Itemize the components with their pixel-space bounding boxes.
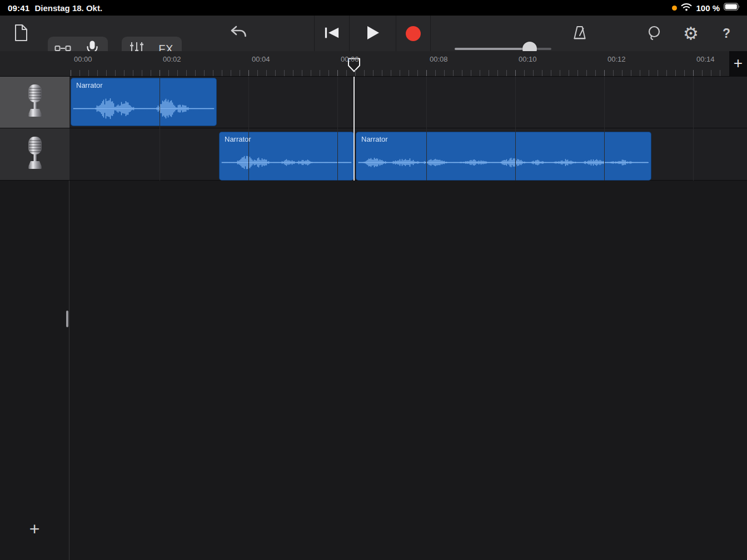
ruler-tick — [577, 70, 578, 76]
ruler-tick — [320, 70, 320, 76]
ruler-tick — [560, 70, 560, 76]
ruler-tick — [311, 70, 311, 76]
grid-line — [426, 77, 427, 181]
document-icon — [14, 24, 28, 43]
ruler-tick — [186, 70, 187, 76]
region-label: Narrator — [76, 81, 103, 89]
garageband-app: 09:41 Dienstag 18. Okt. 100 % — [0, 0, 747, 560]
ruler-tick — [248, 70, 249, 76]
play-icon — [366, 25, 380, 42]
ruler-tick — [355, 70, 356, 76]
ruler-tick — [551, 70, 551, 76]
ruler-tick — [471, 70, 471, 76]
help-icon: ? — [723, 26, 730, 41]
metronome-button[interactable] — [569, 16, 590, 51]
undo-button[interactable] — [228, 16, 250, 51]
ruler-tick — [444, 70, 445, 76]
ruler-tick — [649, 70, 649, 76]
ruler-time-label: 00:12 — [607, 55, 626, 63]
ruler-tick — [195, 70, 196, 76]
my-songs-document-button[interactable] — [11, 16, 31, 51]
grid-line — [515, 77, 516, 181]
skip-to-start-icon — [324, 26, 340, 41]
help-button[interactable]: ? — [718, 16, 735, 51]
status-time: 09:41 — [8, 3, 29, 13]
ruler-tick — [515, 70, 516, 76]
ruler-tick — [702, 70, 703, 76]
ruler-tick — [666, 70, 667, 76]
ruler-tick — [133, 70, 133, 76]
settings-button[interactable]: ⚙ — [681, 16, 700, 51]
ruler-time-label: 00:00 — [74, 55, 92, 63]
ruler-tick — [115, 70, 116, 76]
ruler-tick — [302, 70, 302, 76]
ruler-tick — [328, 70, 329, 76]
add-track-button[interactable]: + — [24, 519, 44, 539]
tracks-area[interactable]: Narrator Narrator Narrator — [69, 77, 747, 560]
plus-icon: + — [29, 520, 40, 538]
go-to-beginning-button[interactable] — [315, 16, 350, 51]
grid-line — [160, 77, 160, 181]
ruler-tick — [720, 70, 720, 76]
ruler-tick — [293, 70, 293, 76]
plus-icon: + — [734, 56, 743, 71]
ruler-tick — [88, 70, 89, 76]
audio-region[interactable]: Narrator — [219, 132, 354, 181]
loop-browser-button[interactable] — [644, 16, 664, 51]
ruler-tick — [97, 70, 98, 76]
status-bar: 09:41 Dienstag 18. Okt. 100 % — [0, 0, 747, 16]
play-button[interactable] — [350, 16, 397, 51]
ruler-tick — [711, 70, 711, 76]
ruler-tick — [391, 70, 391, 76]
track-header-2[interactable] — [0, 128, 69, 181]
audio-region[interactable]: Narrator — [71, 78, 217, 126]
ruler-tick — [533, 70, 534, 76]
gear-icon: ⚙ — [683, 25, 699, 42]
ruler-tick — [151, 70, 151, 76]
battery-icon — [724, 3, 740, 13]
ruler-tick — [124, 70, 124, 76]
ruler-tick — [462, 70, 462, 76]
battery-percent: 100 % — [696, 3, 720, 13]
ruler-tick — [604, 70, 605, 76]
ruler-tick — [71, 70, 71, 76]
ruler-tick — [364, 70, 365, 76]
toolbar: FX — [0, 16, 747, 51]
ruler-tick — [480, 70, 480, 76]
vintage-mic-icon — [24, 83, 46, 121]
ruler-tick — [79, 70, 80, 76]
extend-song-button[interactable]: + — [729, 51, 747, 77]
ruler-tick — [160, 70, 160, 76]
track-header-1[interactable] — [0, 77, 69, 128]
vintage-mic-icon — [24, 136, 46, 173]
ruler-tick — [489, 70, 489, 76]
track-headers: + — [0, 77, 69, 560]
ruler-tick — [284, 70, 285, 76]
ruler-tick — [204, 70, 205, 76]
ruler-tick — [382, 70, 382, 76]
audio-region[interactable]: Narrator — [356, 132, 651, 181]
ruler-tick — [595, 70, 596, 76]
ruler-time-label: 00:14 — [696, 55, 715, 63]
ruler-tick — [177, 70, 178, 76]
ruler-tick — [542, 70, 542, 76]
ruler-tick — [569, 70, 569, 76]
ruler-tick — [640, 70, 640, 76]
waveform-canvas — [356, 132, 651, 180]
ruler-time-label: 00:10 — [519, 55, 537, 63]
ruler-tick — [275, 70, 276, 76]
ruler-tick — [168, 70, 169, 76]
playhead-line[interactable] — [353, 77, 355, 181]
ruler-tick — [658, 70, 658, 76]
ruler-tick — [222, 70, 222, 76]
ruler-tick — [373, 70, 374, 76]
ruler-tick — [337, 70, 338, 76]
ruler-tick — [586, 70, 587, 76]
ruler[interactable]: + 00:0000:0200:0400:0600:0800:1000:1200:… — [0, 51, 747, 77]
undo-icon — [230, 24, 248, 43]
ruler-tick — [231, 70, 231, 76]
ruler-time-label: 00:06 — [341, 55, 359, 63]
record-button[interactable] — [396, 16, 430, 51]
header-width-handle[interactable] — [66, 311, 68, 327]
transport-controls — [314, 16, 431, 51]
